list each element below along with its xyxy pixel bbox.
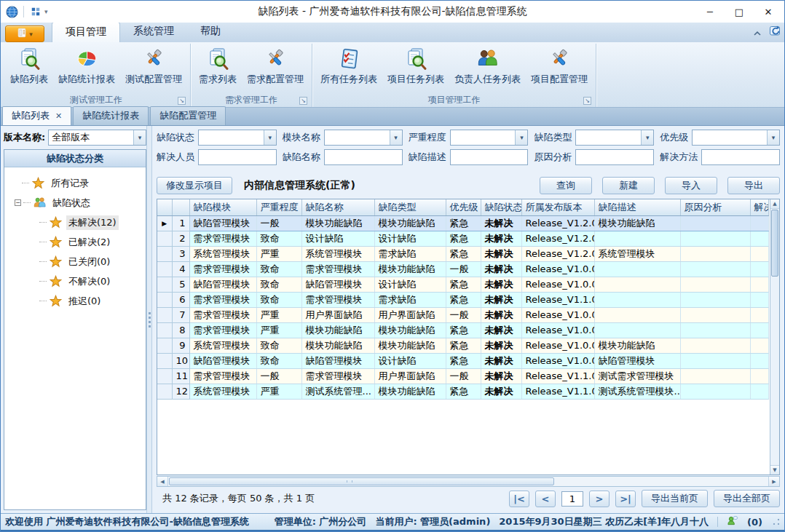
filter-input[interactable] — [324, 149, 403, 165]
tree-item-4[interactable]: 已关闭(0) — [9, 252, 144, 271]
ribbon-button-2-2[interactable]: 负责人任务列表 — [449, 44, 526, 87]
filter-dropdown[interactable]: ▾ — [575, 130, 654, 146]
modify-columns-button[interactable]: 修改显示项目 — [157, 177, 232, 194]
cell-type: 模块功能缺陷 — [374, 384, 446, 399]
action-button-0[interactable]: 查询 — [540, 177, 592, 194]
chevron-down-icon[interactable]: ▾ — [515, 130, 527, 145]
ribbon-button-2-3[interactable]: 项目配置管理 — [526, 44, 593, 87]
last-page-button[interactable]: >| — [615, 491, 636, 507]
action-button-1[interactable]: 新建 — [602, 177, 655, 194]
table-row[interactable]: 10缺陷管理模块致命缺陷管理模块设计缺陷紧急未解决Release_V1.0.0缺… — [157, 353, 768, 368]
chevron-down-icon[interactable]: ▾ — [767, 130, 779, 145]
table-row[interactable]: 12系统管理模块严重测试系统管理...模块功能缺陷紧急未解决Release_V1… — [157, 384, 768, 399]
dialog-launcher-icon[interactable]: ↘ — [583, 97, 591, 105]
ribbon-tab-2[interactable]: 帮助 — [187, 22, 234, 42]
maximize-button[interactable]: □ — [725, 2, 754, 21]
column-header-7[interactable]: 缺陷描述 — [594, 199, 680, 215]
help-icon[interactable] — [769, 25, 781, 39]
ribbon-button-0-2[interactable]: 测试配置管理 — [120, 44, 187, 87]
table-row[interactable]: 11需求管理模块一般需求管理模块用户界面缺陷一般未解决Release_V1.1.… — [157, 368, 768, 384]
scroll-up-icon[interactable]: ▲ — [770, 199, 779, 209]
filter-dropdown[interactable]: ▾ — [692, 130, 780, 146]
first-page-button[interactable]: |< — [509, 491, 529, 507]
people-small-icon — [32, 196, 47, 210]
horizontal-scroll-thumb[interactable] — [169, 477, 554, 485]
filter-dropdown[interactable]: ▾ — [198, 130, 277, 146]
tree-item-1[interactable]: −缺陷状态 — [9, 193, 144, 213]
table-row[interactable]: 7需求管理模块严重用户界面缺陷用户界面缺陷一般未解决Release_V1.0.0 — [157, 307, 768, 322]
sidebar-splitter[interactable] — [146, 126, 152, 513]
cell-priority: 紧急 — [446, 277, 481, 292]
scroll-right-icon[interactable]: ▶ — [768, 477, 779, 486]
table-row[interactable]: 9系统管理模块致命模块功能缺陷模块功能缺陷紧急未解决Release_V1.0.0… — [157, 338, 768, 353]
ribbon-button-1-1[interactable]: 需求配置管理 — [242, 44, 309, 87]
table-row[interactable]: 5缺陷管理模块致命缺陷管理模块设计缺陷紧急未解决Release_V1.0.0 — [157, 277, 768, 292]
filter-input[interactable] — [575, 149, 654, 165]
export-current-page-button[interactable]: 导出当前页 — [642, 490, 708, 507]
action-button-3[interactable]: 导出 — [727, 177, 780, 194]
dialog-launcher-icon[interactable]: ↘ — [299, 97, 307, 105]
filter-dropdown[interactable]: ▾ — [324, 130, 403, 146]
chevron-down-icon[interactable]: ▾ — [390, 130, 402, 145]
tree-item-5[interactable]: 不解决(0) — [9, 271, 144, 291]
close-tab-icon[interactable]: ✕ — [55, 111, 62, 121]
column-header-6[interactable]: 所属发布版本 — [521, 199, 594, 215]
quick-access-dropdown-icon[interactable]: ▾ — [44, 8, 48, 15]
column-header-2[interactable]: 缺陷名称 — [301, 199, 374, 215]
vertical-scroll-thumb[interactable] — [771, 210, 778, 277]
ribbon-button-0-1[interactable]: 缺陷统计报表 — [53, 44, 120, 87]
column-header-8[interactable]: 原因分析 — [680, 199, 750, 215]
filter-input[interactable] — [701, 149, 780, 165]
doc-tab-0[interactable]: 缺陷列表✕ — [2, 106, 71, 125]
column-header-3[interactable]: 缺陷类型 — [374, 199, 446, 215]
page-number-input[interactable] — [561, 491, 583, 507]
column-header-9[interactable]: 解决方法 — [750, 199, 768, 215]
vertical-scrollbar[interactable]: ▲ ▼ — [770, 199, 779, 475]
ribbon-collapse-icon[interactable] — [753, 25, 762, 39]
table-row[interactable]: 4需求管理模块致命需求管理模块模块功能缺陷一般未解决Release_V1.0.0 — [157, 261, 768, 277]
chevron-down-icon[interactable]: ▾ — [264, 130, 276, 145]
filter-dropdown[interactable]: ▾ — [450, 130, 529, 146]
ribbon-tab-0[interactable]: 项目管理 — [52, 22, 120, 42]
tree-item-2[interactable]: 未解决(12) — [9, 213, 144, 232]
column-header-5[interactable]: 缺陷状态 — [481, 199, 521, 215]
doc-tab-1[interactable]: 缺陷统计报表 — [73, 106, 149, 125]
ribbon-tab-1[interactable]: 系统管理 — [120, 22, 187, 42]
table-row[interactable]: ▶1缺陷管理模块一般模块功能缺陷模块功能缺陷紧急未解决Release_V1.2.… — [157, 215, 768, 231]
tree-item-6[interactable]: 推迟(0) — [9, 291, 144, 311]
next-page-button[interactable]: > — [589, 491, 610, 507]
ribbon-button-2-1[interactable]: 项目任务列表 — [382, 44, 449, 87]
ribbon-button-1-0[interactable]: 需求列表 — [194, 44, 242, 87]
horizontal-scrollbar[interactable]: ◀ ▶ — [157, 476, 780, 487]
table-row[interactable]: 3系统管理模块严重系统管理模块需求缺陷紧急未解决Release_V1.2.0系统… — [157, 246, 768, 261]
table-row[interactable]: 6需求管理模块致命需求管理模块需求缺陷紧急未解决Release_V1.1.0 — [157, 292, 768, 307]
tree-item-0[interactable]: 所有记录 — [9, 173, 144, 193]
action-button-2[interactable]: 导入 — [665, 177, 717, 194]
collapse-expander-icon[interactable]: − — [15, 199, 21, 206]
export-all-pages-button[interactable]: 导出全部页 — [714, 490, 780, 507]
column-header-4[interactable]: 优先级 — [446, 199, 481, 215]
app-menu-button[interactable]: ▾ — [5, 25, 44, 42]
column-header-0[interactable]: 缺陷模块 — [189, 199, 256, 215]
filter-input[interactable] — [198, 149, 277, 165]
version-select[interactable]: 全部版本 ▾ — [48, 130, 146, 146]
resize-grip-icon[interactable] — [773, 518, 780, 525]
table-row[interactable]: 8需求管理模块严重模块功能缺陷模块功能缺陷紧急未解决Release_V1.0.0 — [157, 322, 768, 338]
row-selector-cell — [157, 277, 172, 292]
chevron-down-icon[interactable]: ▾ — [133, 130, 146, 145]
column-header-1[interactable]: 严重程度 — [256, 199, 301, 215]
close-button[interactable]: ✕ — [754, 2, 783, 21]
tree-item-3[interactable]: 已解决(2) — [9, 232, 144, 252]
dialog-launcher-icon[interactable]: ↘ — [178, 97, 186, 105]
chevron-down-icon[interactable]: ▾ — [641, 130, 653, 145]
scroll-down-icon[interactable]: ▼ — [770, 465, 779, 475]
ribbon-button-0-0[interactable]: 缺陷列表 — [5, 44, 53, 87]
table-row[interactable]: 2需求管理模块致命设计缺陷设计缺陷紧急未解决Release_V1.2.0 — [157, 231, 768, 246]
prev-page-button[interactable]: < — [535, 491, 556, 507]
quick-access-icon[interactable] — [29, 5, 42, 18]
filter-input[interactable] — [450, 149, 529, 165]
ribbon-button-2-0[interactable]: 所有任务列表 — [315, 44, 382, 87]
scroll-left-icon[interactable]: ◀ — [157, 477, 168, 486]
minimize-button[interactable]: ─ — [695, 2, 725, 21]
doc-tab-2[interactable]: 缺陷配置管理 — [150, 106, 226, 125]
